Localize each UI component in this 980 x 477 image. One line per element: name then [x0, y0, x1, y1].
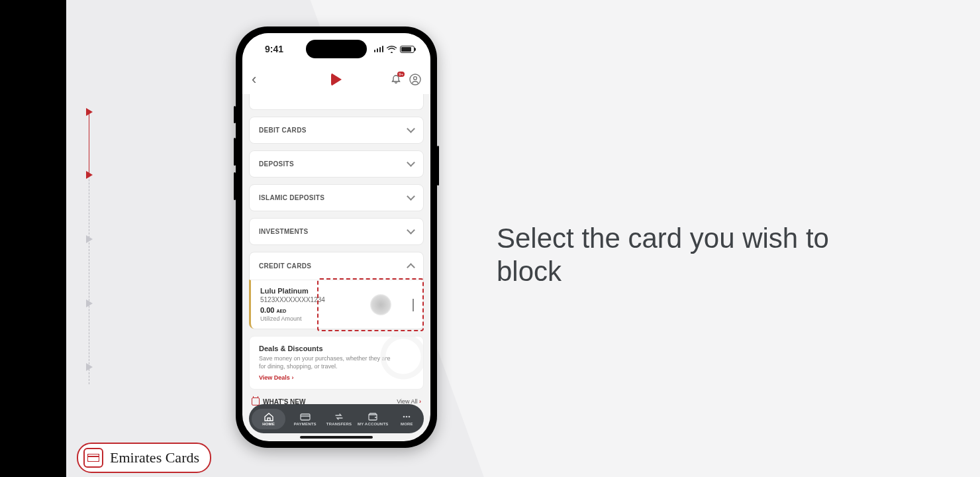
svg-rect-4 [301, 414, 310, 420]
section-label: DEPOSITS [259, 160, 294, 168]
section-credit-cards: CREDIT CARDS Lulu Platinum 5123XXXXXXXX1… [249, 252, 424, 329]
chevron-down-icon [407, 125, 415, 133]
phone-screen: 9:41 ‹ 9+ [242, 33, 430, 441]
whats-new-header: WHAT'S NEW View All [249, 390, 424, 405]
card-utilized-label: Utilized Amount [260, 315, 414, 322]
timeline-step-2 [86, 171, 93, 179]
preceding-card-slice [249, 94, 424, 110]
deals-card[interactable]: Deals & Discounts Save money on your pur… [249, 336, 424, 390]
tab-home[interactable]: HOME [252, 409, 285, 429]
view-deals-link[interactable]: View Deals [259, 374, 414, 381]
status-time: 9:41 [265, 44, 283, 54]
phone-frame: 9:41 ‹ 9+ [236, 26, 437, 448]
tab-bar: HOME PAYMENTS TRANSFERS MY ACCOUNTS MORE [249, 404, 424, 433]
svg-point-3 [414, 77, 417, 80]
deals-title: Deals & Discounts [259, 344, 414, 352]
svg-rect-1 [87, 456, 99, 457]
section-islamic-deposits[interactable]: ISLAMIC DEPOSITS [249, 184, 424, 211]
transfers-icon [334, 412, 344, 421]
tab-more[interactable]: MORE [390, 412, 424, 426]
section-label: INVESTMENTS [259, 228, 308, 235]
content-scroll[interactable]: DEBIT CARDS DEPOSITS ISLAMIC DEPOSITS [242, 94, 430, 412]
chevron-right-icon [413, 299, 414, 311]
timeline-progress [89, 111, 89, 176]
wallet-icon [368, 412, 378, 421]
deals-description: Save money on your purchases, whether th… [259, 354, 391, 370]
timeline-step-5 [86, 363, 93, 371]
notifications-badge: 9+ [397, 72, 405, 77]
chevron-down-icon [407, 192, 415, 201]
app-logo-icon [331, 73, 342, 86]
timeline-step-4 [86, 299, 93, 307]
svg-point-7 [409, 415, 411, 417]
touch-indicator-icon [370, 294, 391, 315]
timeline-step-3 [86, 235, 93, 243]
home-icon [264, 412, 274, 421]
section-label: DEBIT CARDS [259, 127, 307, 134]
tab-payments[interactable]: PAYMENTS [288, 412, 322, 426]
dynamic-island [306, 40, 367, 58]
tab-accounts[interactable]: MY ACCOUNTS [356, 412, 390, 426]
chevron-up-icon [407, 263, 415, 272]
wifi-icon [387, 46, 397, 53]
tab-label: MY ACCOUNTS [358, 422, 389, 426]
profile-button[interactable] [409, 74, 421, 85]
credit-cards-header[interactable]: CREDIT CARDS [250, 252, 423, 280]
payments-icon [300, 412, 311, 421]
cellular-icon [374, 46, 384, 52]
brand-label: Emirates Cards [110, 449, 199, 466]
back-button[interactable]: ‹ [252, 72, 256, 87]
brand-icon [83, 448, 103, 468]
instruction-text: Select the card you wish to block [497, 222, 848, 288]
more-icon [401, 412, 412, 421]
timeline-step-1 [86, 108, 93, 116]
svg-point-5 [403, 415, 405, 417]
svg-point-6 [406, 415, 408, 417]
tab-label: HOME [262, 422, 275, 426]
section-investments[interactable]: INVESTMENTS [249, 218, 424, 245]
tab-label: PAYMENTS [294, 422, 317, 426]
tab-transfers[interactable]: TRANSFERS [322, 412, 356, 426]
section-deposits[interactable]: DEPOSITS [249, 150, 424, 178]
section-debit-cards[interactable]: DEBIT CARDS [249, 117, 424, 144]
chevron-down-icon [407, 226, 415, 235]
brand-pill: Emirates Cards [77, 443, 211, 473]
svg-rect-0 [87, 454, 99, 462]
credit-card-item[interactable]: Lulu Platinum 5123XXXXXXXX1234 0.00 AED … [249, 280, 423, 329]
home-indicator [300, 436, 373, 439]
card-name: Lulu Platinum [260, 287, 414, 295]
section-label: CREDIT CARDS [259, 262, 311, 270]
section-label: ISLAMIC DEPOSITS [259, 194, 324, 201]
notifications-button[interactable]: 9+ [391, 74, 401, 85]
battery-icon [400, 46, 415, 53]
tab-label: TRANSFERS [326, 422, 352, 426]
app-header: ‹ 9+ [242, 65, 430, 94]
tab-label: MORE [401, 422, 413, 426]
chevron-down-icon [407, 158, 415, 167]
